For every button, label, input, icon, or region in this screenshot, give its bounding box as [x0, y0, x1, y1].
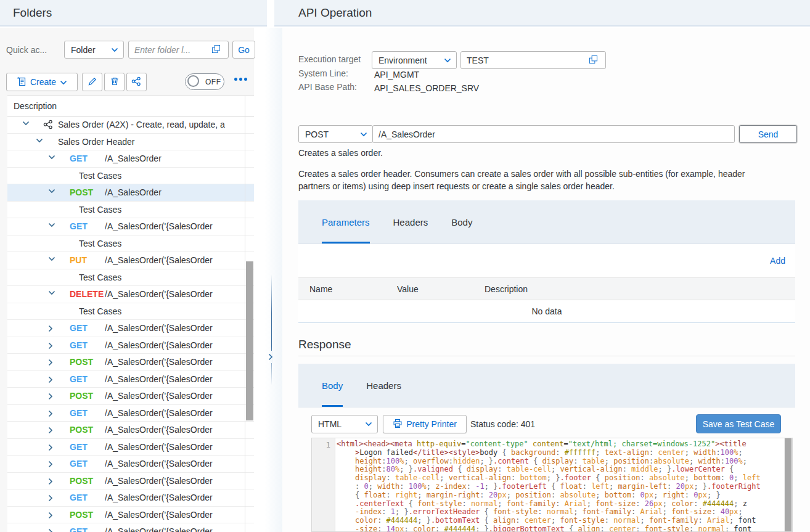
chevron-down-icon[interactable] [48, 155, 55, 160]
folders-title: Folders [13, 0, 267, 25]
tree-row[interactable]: Sales Order Header [7, 134, 254, 151]
value-help-icon[interactable] [589, 55, 598, 64]
go-button-label: Go [238, 45, 250, 55]
overflow-menu-button[interactable] [234, 78, 247, 81]
tree-row[interactable]: GET/A_SalesOrder('{SalesOrder [7, 456, 254, 473]
tree-row[interactable]: Test Cases [7, 269, 254, 287]
chevron-right-icon[interactable] [48, 342, 53, 350]
tree-row[interactable]: GET/A_SalesOrder('{SalesOrder [7, 489, 254, 507]
tree-row[interactable]: PUT/A_SalesOrder('{SalesOrder [7, 252, 254, 269]
tree-row[interactable]: POST/A_SalesOrder('{SalesOrder [7, 507, 254, 524]
chevron-down-icon[interactable] [48, 256, 55, 261]
resource-path: /A_SalesOrder('{SalesOrder [105, 476, 244, 486]
off-toggle[interactable]: OFF [185, 73, 224, 90]
tree-row-label: Test Cases [79, 239, 244, 248]
chevron-right-icon[interactable] [48, 478, 53, 485]
tree-row[interactable]: POST/A_SalesOrder('{SalesOrder [7, 473, 254, 490]
chevron-down-icon[interactable] [48, 223, 55, 227]
chevron-right-icon[interactable] [48, 427, 53, 434]
parameters-table-header: NameValueDescription [298, 277, 795, 300]
value-help-icon[interactable] [211, 44, 221, 54]
quick-access-type-select[interactable]: Folder [64, 41, 124, 59]
response-title: Response [298, 332, 351, 357]
chevron-right-icon[interactable] [48, 444, 53, 451]
panel-splitter[interactable] [265, 28, 282, 532]
response-format-select[interactable]: HTML [311, 415, 378, 433]
pretty-printer-label: Pretty Printer [406, 419, 457, 429]
resource-path: /A_SalesOrder('{SalesOrder [105, 255, 244, 265]
resource-path: /A_SalesOrder [105, 187, 244, 197]
tree-row-label: Test Cases [79, 205, 244, 215]
response-body-editor[interactable]: 1 <html><head><meta http-equiv="content-… [311, 438, 793, 532]
method-select[interactable]: POST [298, 125, 373, 143]
code-line: { float: right; margin-right: 20px; posi… [337, 491, 783, 500]
request-tab-body[interactable]: Body [451, 200, 472, 243]
response-tab-body[interactable]: Body [322, 364, 343, 407]
request-tab-headers[interactable]: Headers [393, 200, 428, 243]
tree-row[interactable]: Test Cases [7, 168, 254, 185]
tree-scrollbar[interactable] [246, 261, 253, 420]
folders-tree-table: Description Sales Order (A2X) - Create, … [7, 96, 254, 532]
tree-row[interactable]: GET/A_SalesOrder('{SalesOrder [7, 523, 254, 532]
scenario-button[interactable] [126, 73, 147, 91]
tree-row[interactable]: POST/A_SalesOrder('{SalesOrder [7, 354, 254, 371]
environment-select[interactable]: Environment [372, 51, 457, 69]
code-line: : 0; width: 100%; z-index: -1; }.footerL… [337, 483, 783, 491]
chevron-right-icon[interactable] [48, 528, 53, 532]
api-operation-panel-header: API Operation [274, 0, 810, 27]
save-as-test-case-button[interactable]: Save as Test Case [696, 414, 781, 433]
collapse-chevron-right-icon[interactable] [268, 351, 273, 363]
add-parameter-link[interactable]: Add [770, 256, 785, 266]
chevron-right-icon[interactable] [48, 393, 53, 400]
tree-row[interactable]: Test Cases [7, 202, 254, 219]
request-url-input[interactable] [372, 125, 735, 143]
tree-row-label: Test Cases [79, 272, 244, 282]
tree-row[interactable]: GET/A_SalesOrder('{SalesOrder [7, 371, 254, 388]
operation-description: Creates a sales order header. Consumers … [298, 168, 745, 192]
chevron-down-icon[interactable] [22, 121, 30, 126]
tree-row[interactable]: Test Cases [7, 235, 254, 253]
chevron-down-icon[interactable] [48, 189, 55, 194]
send-button-label: Send [758, 129, 779, 139]
tree-row[interactable]: GET/A_SalesOrder('{SalesOrder [7, 337, 254, 354]
method-select-value: POST [305, 129, 329, 139]
editor-scrollbar[interactable] [784, 438, 792, 531]
pretty-printer-button[interactable]: Pretty Printer [383, 415, 467, 433]
chevron-right-icon[interactable] [48, 325, 53, 332]
create-button[interactable]: Create [6, 73, 78, 91]
chevron-right-icon[interactable] [48, 376, 53, 383]
chevron-down-icon[interactable] [36, 138, 43, 143]
send-button[interactable]: Send [739, 125, 797, 143]
tree-row-label: Test Cases [79, 306, 244, 316]
environment-value-input[interactable] [460, 51, 606, 69]
tree-row[interactable]: DELETE/A_SalesOrder('{SalesOrder [7, 286, 254, 303]
tree-row[interactable]: POST/A_SalesOrder('{SalesOrder [7, 422, 254, 439]
tree-row[interactable]: POST/A_SalesOrder('{SalesOrder [7, 388, 254, 405]
tree-row[interactable]: GET/A_SalesOrder [7, 150, 254, 168]
request-tab-parameters[interactable]: Parameters [322, 200, 370, 243]
delete-button[interactable] [104, 73, 125, 91]
response-divider [298, 356, 795, 356]
tree-row[interactable]: Sales Order (A2X) - Create, read, update… [7, 117, 254, 134]
go-button[interactable]: Go [232, 41, 255, 59]
tree-row[interactable]: GET/A_SalesOrder('{SalesOrder [7, 320, 254, 337]
tree-row[interactable]: POST/A_SalesOrder [7, 184, 254, 202]
chevron-right-icon[interactable] [48, 410, 53, 417]
tree-row-label: Sales Order (A2X) - Create, read, update… [58, 120, 244, 129]
chevron-right-icon[interactable] [48, 512, 53, 519]
tree-row[interactable]: Test Cases [7, 303, 254, 321]
chevron-right-icon[interactable] [48, 460, 53, 468]
method-badge: GET [70, 442, 88, 452]
edit-button[interactable] [82, 73, 102, 91]
chevron-right-icon[interactable] [48, 494, 53, 502]
code-line: -size: 14px; color: #444444; }.biggerBot… [337, 525, 783, 532]
tree-row[interactable]: GET/A_SalesOrder('{SalesOrder [7, 439, 254, 456]
tree-row[interactable]: GET/A_SalesOrder('{SalesOrder [7, 405, 254, 422]
column-header-name: Name [309, 284, 332, 294]
parameters-empty-row: No data [298, 300, 795, 323]
tree-row[interactable]: GET/A_SalesOrder('{SalesOrder [7, 218, 254, 235]
response-tab-headers[interactable]: Headers [366, 364, 401, 407]
chevron-down-icon[interactable] [48, 290, 55, 295]
chevron-right-icon[interactable] [48, 359, 53, 366]
code-line: .centerText { font-style: normal; font-f… [337, 500, 783, 509]
